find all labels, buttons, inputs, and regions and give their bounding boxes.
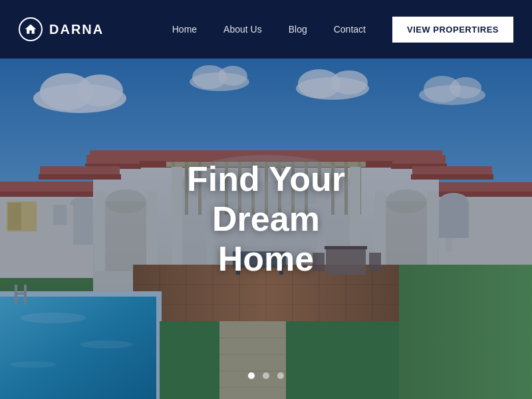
slider-dots <box>248 372 284 379</box>
hero-content: Find Your Dream Home <box>133 160 399 279</box>
logo-icon <box>19 17 43 41</box>
home-icon <box>24 23 37 36</box>
slider-dot-2[interactable] <box>263 372 269 379</box>
nav-link-about[interactable]: About Us <box>223 24 262 35</box>
nav-link-contact[interactable]: Contact <box>334 24 366 35</box>
nav-links: Home About Us Blog Contact VIEW PROPERTI… <box>172 17 513 43</box>
hero-title-line2: Home <box>218 239 314 278</box>
nav-link-blog[interactable]: Blog <box>289 24 307 35</box>
slider-dot-3[interactable] <box>277 372 284 379</box>
logo[interactable]: DARNA <box>19 17 104 41</box>
hero-title-line1: Find Your Dream <box>187 160 345 238</box>
slider-dot-1[interactable] <box>248 372 255 379</box>
brand-name: DARNA <box>49 22 104 37</box>
nav-link-home[interactable]: Home <box>172 24 197 35</box>
view-properties-button[interactable]: VIEW PROPERTIRES <box>392 17 513 43</box>
hero-title: Find Your Dream Home <box>133 160 399 279</box>
navbar: DARNA Home About Us Blog Contact VIEW PR… <box>0 0 532 59</box>
hero-section: Find Your Dream Home <box>0 0 532 399</box>
